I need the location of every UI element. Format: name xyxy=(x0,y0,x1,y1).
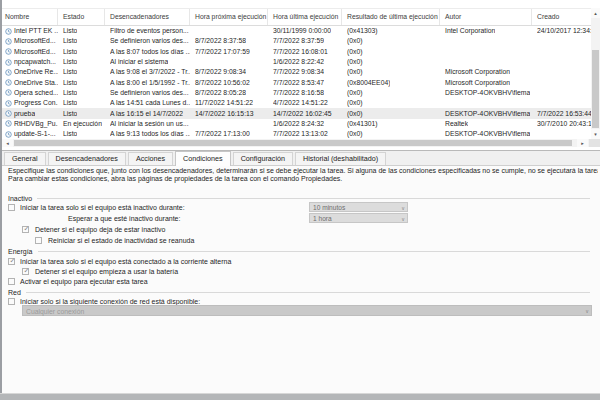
condition-row: Esperar a que esté inactivo durante: 1 h… xyxy=(2,214,592,224)
tab-configuracion[interactable]: Configuración xyxy=(233,152,293,165)
cell-estado: Listo xyxy=(58,109,105,119)
cell-desencadenadores: A las 9:08 el 3/7/2022 - Tr... xyxy=(105,67,190,77)
cell-ultima: 4/7/2022 14:51:22 xyxy=(268,98,342,108)
cell-name: OneDrive Re... xyxy=(2,67,58,77)
cell-ultima: 7/7/2022 13:13:02 xyxy=(268,129,342,139)
checkbox-restart-if-idle-resumes-label: Reiniciar si el estado de inactividad se… xyxy=(48,236,194,246)
group-inactivo-title: Inactivo xyxy=(8,195,32,202)
cell-resultado: (0x0) xyxy=(342,36,440,46)
panel-description-line1: Especifique las condiciones que, junto c… xyxy=(8,167,598,175)
scroll-right-icon[interactable]: ▸ xyxy=(577,139,588,147)
wait-idle-select[interactable]: 1 hora ∨ xyxy=(309,213,408,223)
checkbox-stop-if-not-idle[interactable] xyxy=(22,226,29,233)
group-red-title: Red xyxy=(8,289,21,296)
checkbox-wake-to-run[interactable] xyxy=(8,278,15,285)
tab-acciones[interactable]: Acciones xyxy=(128,152,173,165)
table-row[interactable]: npcapwatch...ListoAl iniciar el sistema1… xyxy=(2,57,591,67)
condition-row: Detener si el equipo deja de estar inact… xyxy=(2,225,592,235)
checkbox-stop-on-battery-label: Detener si el equipo empieza a usar la b… xyxy=(35,267,178,277)
vertical-scrollbar-thumb[interactable] xyxy=(592,50,599,128)
tab-general[interactable]: General xyxy=(4,152,46,165)
cell-autor: Realtek xyxy=(440,119,532,129)
cell-autor: DESKTOP-4OKVBHV\flema xyxy=(440,88,532,98)
cell-desencadenadores: A las 9:13 todos los días ... xyxy=(105,129,190,139)
tab-bar: General Desencadenadores Acciones Condic… xyxy=(2,150,600,166)
cell-ultima: 1/6/2022 8:22:42 xyxy=(268,57,342,67)
vertical-scrollbar[interactable]: ▴ ▾ xyxy=(591,8,600,139)
cell-name: MicrosoftEd... xyxy=(2,47,58,57)
horizontal-scrollbar[interactable]: ◂ ▸ xyxy=(2,139,600,147)
checkbox-stop-on-battery[interactable] xyxy=(22,268,29,275)
table-row[interactable]: update-S-1-...ListoA las 9:13 todos los … xyxy=(2,129,591,139)
table-row[interactable]: pruebaListoA las 16:15 el 14/7/202214/7/… xyxy=(2,108,591,118)
tab-desencadenadores[interactable]: Desencadenadores xyxy=(48,152,126,165)
checkbox-restart-if-idle-resumes[interactable] xyxy=(35,237,42,244)
cell-name: RtHDVBg_Pu... xyxy=(2,119,58,129)
cell-resultado: (0x0) xyxy=(342,129,440,139)
table-body: Intel PTT EK ...ListoFiltro de eventos p… xyxy=(2,26,591,139)
table-row[interactable]: MicrosoftEd...ListoSe definieron varios … xyxy=(2,36,591,46)
group-energia: Energía xyxy=(8,247,590,256)
group-inactivo: Inactivo xyxy=(8,194,590,203)
chevron-down-icon: ∨ xyxy=(585,307,589,315)
checkbox-start-on-ac-power[interactable] xyxy=(8,258,15,265)
cell-resultado: (0x0) xyxy=(342,98,440,108)
cell-name: MicrosoftEd... xyxy=(2,36,58,46)
column-header-desencadenadores[interactable]: Desencadenadores xyxy=(105,9,190,25)
column-header-hora-ultima[interactable]: Hora última ejecución xyxy=(268,9,342,25)
network-connection-select[interactable]: Cualquier conexión ∨ xyxy=(22,305,592,316)
scroll-up-icon[interactable]: ▴ xyxy=(591,8,600,18)
cell-name: Progress Con... xyxy=(2,98,58,108)
column-header-nombre[interactable]: Nombre xyxy=(2,9,58,25)
cell-creado: 7/7/2022 16:53:44 xyxy=(532,109,591,119)
table-row[interactable]: Intel PTT EK ...ListoFiltro de eventos p… xyxy=(2,26,591,36)
cell-ultima: 7/7/2022 8:16:58 xyxy=(268,88,342,98)
cell-name: npcapwatch... xyxy=(2,57,58,67)
checkbox-stop-if-not-idle-label: Detener si el equipo deja de estar inact… xyxy=(35,225,165,235)
cell-proxima: 7/7/2022 17:07:59 xyxy=(190,47,268,57)
cell-resultado: (0x41303) xyxy=(342,26,440,36)
table-row[interactable]: Opera sched...ListoSe definieron varios … xyxy=(2,88,591,98)
cell-resultado: (0x41301) xyxy=(342,119,440,129)
table-row[interactable]: OneDrive Re...ListoA las 9:08 el 3/7/202… xyxy=(2,67,591,77)
task-clock-icon xyxy=(5,48,12,55)
cell-estado: Listo xyxy=(58,36,105,46)
cell-name: prueba xyxy=(2,109,58,119)
condition-row: Detener si el equipo empieza a usar la b… xyxy=(2,267,592,277)
task-clock-icon xyxy=(5,131,12,138)
window-bottom-border xyxy=(0,393,600,400)
cell-desencadenadores: Se definieron varios des... xyxy=(105,36,190,46)
column-header-autor[interactable]: Autor xyxy=(440,9,532,25)
cell-proxima: 8/7/2022 9:08:34 xyxy=(190,67,268,77)
group-separator-line xyxy=(26,292,590,293)
table-row[interactable]: OneDrive Sta...ListoA las 8:00 el 1/5/19… xyxy=(2,77,591,87)
table-row[interactable]: Progress Con...ListoA las 14:51 cada Lun… xyxy=(2,98,591,108)
tab-historial[interactable]: Historial (deshabilitado) xyxy=(295,152,386,165)
condition-row: Reiniciar si el estado de inactividad se… xyxy=(2,236,592,246)
scrollbar-corner xyxy=(589,139,600,147)
cell-ultima: 7/7/2022 8:53:47 xyxy=(268,78,342,88)
table-row[interactable]: RtHDVBg_Pu...En ejecuciónAl iniciar la s… xyxy=(2,119,591,129)
scroll-left-icon[interactable]: ◂ xyxy=(2,139,13,147)
column-header-creado[interactable]: Creado xyxy=(532,9,591,25)
checkbox-start-if-idle[interactable] xyxy=(8,204,15,211)
chevron-down-icon: ∨ xyxy=(401,204,405,212)
checkbox-start-if-network[interactable] xyxy=(8,298,15,305)
task-clock-icon xyxy=(5,110,12,117)
cell-estado: Listo xyxy=(58,88,105,98)
column-header-resultado[interactable]: Resultado de última ejecución xyxy=(342,9,440,25)
column-header-hora-proxima[interactable]: Hora próxima ejecución xyxy=(190,9,268,25)
column-header-estado[interactable]: Estado xyxy=(58,9,105,25)
horizontal-scrollbar-thumb[interactable] xyxy=(14,140,572,146)
cell-desencadenadores: A las 16:15 el 14/7/2022 xyxy=(105,109,190,119)
cell-proxima: 8/7/2022 8:05:28 xyxy=(190,88,268,98)
cell-ultima: 1/6/2022 8:24:32 xyxy=(268,119,342,129)
cell-desencadenadores: Se definieron varios des... xyxy=(105,88,190,98)
table-row[interactable]: MicrosoftEd...ListoA las 8:07 todos los … xyxy=(2,47,591,57)
scroll-down-icon[interactable]: ▾ xyxy=(591,129,600,139)
cell-desencadenadores: Al iniciar la sesión un us... xyxy=(105,119,190,129)
task-clock-icon xyxy=(5,28,12,35)
cell-estado: En ejecución xyxy=(58,119,105,129)
idle-duration-select[interactable]: 10 minutos ∨ xyxy=(309,202,408,212)
tab-condiciones[interactable]: Condiciones xyxy=(175,151,231,166)
